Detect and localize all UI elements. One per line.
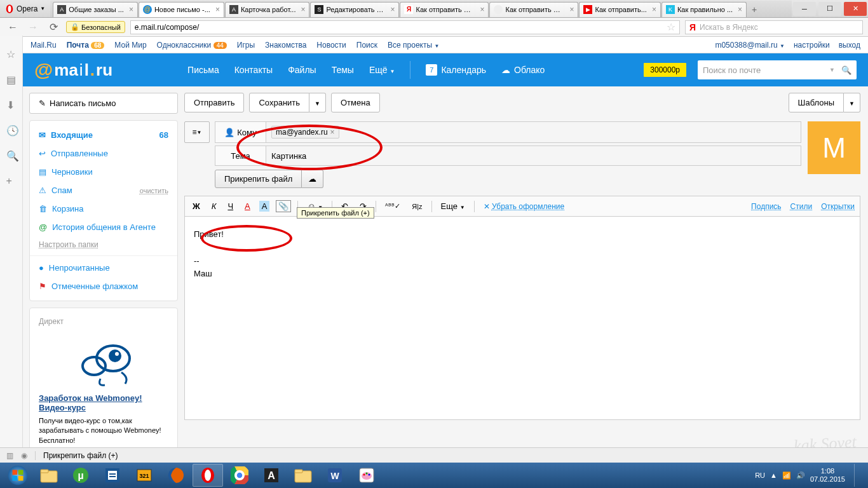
task-explorer-2[interactable] bbox=[288, 464, 318, 487]
new-tab-button[interactable]: + bbox=[747, 4, 761, 17]
link-search[interactable]: Поиск bbox=[356, 41, 377, 50]
subject-input[interactable]: Картинка bbox=[266, 146, 801, 166]
tab-3[interactable]: AКарточка работ...× bbox=[225, 2, 310, 17]
nav-letters[interactable]: Письма bbox=[187, 65, 219, 75]
user-email[interactable]: m050388@mail.ru ▼ bbox=[715, 41, 785, 50]
forward-button[interactable]: → bbox=[25, 20, 41, 35]
bg-color-button[interactable]: A bbox=[259, 201, 270, 212]
folder-sent[interactable]: ↩Отправленные bbox=[30, 144, 177, 163]
close-icon[interactable]: × bbox=[480, 5, 484, 14]
compose-button[interactable]: ✎Написать письмо bbox=[29, 93, 178, 114]
star-icon[interactable]: ☆ bbox=[6, 48, 17, 58]
cards-link[interactable]: Открытки bbox=[821, 202, 855, 211]
task-chrome[interactable] bbox=[224, 464, 255, 487]
clear-spam-link[interactable]: очистить bbox=[140, 187, 168, 194]
nav-cloud[interactable]: ☁Облако bbox=[501, 65, 545, 75]
link-dating[interactable]: Знакомства bbox=[265, 41, 306, 50]
link-settings[interactable]: настройки bbox=[794, 41, 830, 50]
nav-files[interactable]: Файлы bbox=[288, 65, 316, 75]
attach-cloud-button[interactable]: ☁ bbox=[302, 170, 323, 188]
nav-calendar[interactable]: 7Календарь bbox=[426, 64, 486, 76]
tab-2[interactable]: @Новое письмо -...× bbox=[139, 2, 224, 17]
attach-file-button[interactable]: Прикрепить файл bbox=[215, 170, 302, 188]
ad-image[interactable] bbox=[59, 332, 148, 390]
tray-show-hidden-icon[interactable]: ▲ bbox=[770, 471, 777, 479]
link-exit[interactable]: выход bbox=[839, 41, 860, 50]
tab-1[interactable]: AОбщие заказы ...× bbox=[53, 2, 138, 17]
url-input[interactable]: e.mail.ru/compose/☆ bbox=[130, 20, 680, 34]
maximize-button[interactable]: ☐ bbox=[818, 2, 841, 16]
history-icon[interactable]: 🕓 bbox=[6, 125, 17, 135]
minimize-button[interactable]: ─ bbox=[793, 2, 816, 16]
task-explorer[interactable] bbox=[34, 464, 64, 487]
link-news[interactable]: Новости bbox=[316, 41, 346, 50]
opera-menu-button[interactable]: Opera ▼ bbox=[0, 3, 50, 15]
link-ok[interactable]: Одноклассники 44 bbox=[157, 41, 227, 50]
templates-dropdown[interactable]: ▼ bbox=[844, 93, 860, 112]
font-color-button[interactable]: A bbox=[242, 200, 253, 212]
folder-history[interactable]: @История общения в Агенте bbox=[30, 218, 177, 236]
close-icon[interactable]: × bbox=[738, 5, 742, 14]
nav-more[interactable]: Ещё ▼ bbox=[369, 65, 395, 75]
bookmark-star-icon[interactable]: ☆ bbox=[667, 21, 675, 33]
styles-link[interactable]: Стили bbox=[790, 202, 813, 211]
task-firefox[interactable] bbox=[161, 464, 191, 487]
spellcheck-button[interactable]: ᴬᴮᴮ✓ bbox=[383, 201, 403, 212]
folder-spam[interactable]: ⚠Спамочистить bbox=[30, 181, 177, 200]
tray-lang[interactable]: RU bbox=[755, 471, 765, 479]
save-dropdown[interactable]: ▼ bbox=[309, 93, 326, 112]
signature-link[interactable]: Подпись bbox=[751, 202, 782, 211]
ad-link[interactable]: Заработок на Webmoney! Видео-курс bbox=[39, 393, 142, 412]
folder-inbox[interactable]: ✉Входящие68 bbox=[30, 126, 177, 144]
link-games[interactable]: Игры bbox=[237, 41, 255, 50]
italic-button[interactable]: К bbox=[209, 200, 219, 212]
remove-format-button[interactable]: ✕ Убрать оформление bbox=[481, 201, 567, 212]
folder-drafts[interactable]: ▤Черновики bbox=[30, 163, 177, 181]
task-opera[interactable] bbox=[193, 464, 223, 487]
configure-folders-link[interactable]: Настроить папки bbox=[30, 236, 177, 253]
status-icon-2[interactable]: ◉ bbox=[21, 451, 27, 460]
underline-button[interactable]: Ч bbox=[225, 200, 236, 212]
note-icon[interactable]: ▤ bbox=[6, 74, 17, 84]
yandex-search-input[interactable]: ЯИскать в Яндекс bbox=[685, 20, 863, 34]
tab-8[interactable]: KКак правильно ...× bbox=[661, 2, 747, 17]
tray-network-icon[interactable]: 📶 bbox=[782, 471, 791, 480]
cancel-button[interactable]: Отмена bbox=[331, 93, 380, 112]
translit-button[interactable]: Я|z bbox=[409, 201, 424, 212]
mail-search-input[interactable]: Поиск по почте▼🔍 bbox=[698, 60, 857, 79]
tab-5[interactable]: ЯКак отправить ф...× bbox=[400, 2, 489, 17]
folder-trash[interactable]: 🗑Корзина bbox=[30, 200, 177, 218]
link-all-projects[interactable]: Все проекты ▼ bbox=[388, 41, 439, 50]
fields-options-button[interactable]: ≡ ▼ bbox=[184, 121, 210, 143]
recipient-chip[interactable]: ma@yandex.ru× bbox=[271, 126, 339, 139]
templates-button[interactable]: Шаблоны bbox=[789, 93, 844, 112]
tray-volume-icon[interactable]: 🔊 bbox=[796, 471, 805, 480]
remove-icon[interactable]: × bbox=[330, 128, 335, 137]
status-icon[interactable]: ▥ bbox=[6, 451, 13, 460]
close-icon[interactable]: × bbox=[652, 5, 656, 14]
folder-unread[interactable]: ●Непрочитанные bbox=[30, 259, 177, 277]
show-desktop-button[interactable] bbox=[854, 464, 860, 487]
to-input[interactable]: ma@yandex.ru× bbox=[266, 121, 801, 143]
tab-4[interactable]: SРедактировать з...× bbox=[310, 2, 399, 17]
tray-clock[interactable]: 1:0807.02.2015 bbox=[810, 467, 845, 484]
reload-button[interactable]: ⟳ bbox=[46, 20, 61, 35]
search-icon[interactable]: 🔍 bbox=[841, 65, 851, 75]
bold-button[interactable]: Ж bbox=[190, 200, 203, 212]
close-icon[interactable]: × bbox=[390, 5, 395, 14]
save-button[interactable]: Сохранить bbox=[249, 93, 309, 112]
editor-body[interactable]: Привет! -- Маш bbox=[184, 217, 860, 420]
link-mailru[interactable]: Mail.Ru bbox=[31, 41, 57, 50]
task-mpc[interactable]: 321 bbox=[129, 464, 159, 487]
close-icon[interactable]: × bbox=[301, 5, 305, 14]
nav-contacts[interactable]: Контакты bbox=[234, 65, 273, 75]
search-icon[interactable]: 🔍 bbox=[6, 150, 17, 160]
back-button[interactable]: ← bbox=[5, 20, 20, 35]
start-button[interactable] bbox=[3, 463, 33, 488]
attach-inline-button[interactable]: 📎 bbox=[276, 200, 291, 212]
mailru-logo[interactable]: @mail.ru bbox=[34, 59, 112, 81]
close-icon[interactable]: × bbox=[129, 5, 133, 14]
balance-button[interactable]: 300000р bbox=[644, 63, 686, 77]
send-button[interactable]: Отправить bbox=[184, 93, 244, 112]
nav-themes[interactable]: Темы bbox=[332, 65, 354, 75]
